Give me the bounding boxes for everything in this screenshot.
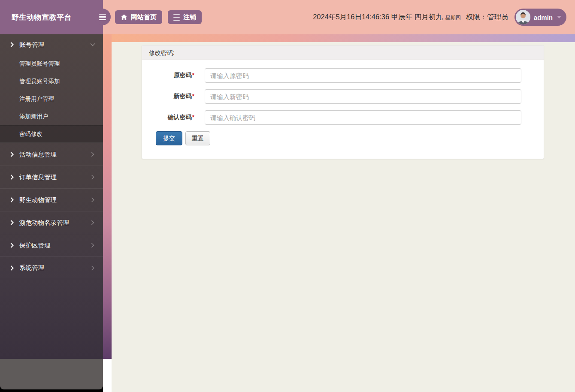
top-navbar: 网站首页 注销 2024年5月16日14:46:36 甲辰年 四月初九 星期四 … bbox=[103, 0, 575, 34]
form-buttons: 提交 重置 bbox=[156, 131, 521, 145]
chevron-right-icon bbox=[10, 243, 14, 248]
sidebar-item-registered-user-management[interactable]: 注册用户管理 bbox=[0, 90, 103, 108]
screen: 网站首页 注销 2024年5月16日14:46:36 甲辰年 四月初九 星期四 … bbox=[0, 0, 575, 392]
chevron-down-icon bbox=[90, 43, 95, 46]
account-submenu: 管理员账号管理 管理员账号添加 注册用户管理 添加新用户 密码修改 bbox=[0, 55, 103, 143]
caret-down-icon bbox=[557, 16, 561, 18]
sidebar-item-system-management[interactable]: 系统管理 bbox=[0, 256, 103, 279]
confirm-password-input[interactable] bbox=[205, 110, 521, 125]
logout-button[interactable]: 注销 bbox=[168, 10, 202, 24]
chevron-right-icon bbox=[10, 152, 14, 157]
home-icon bbox=[121, 14, 127, 21]
panel-title: 修改密码: bbox=[142, 45, 544, 60]
chevron-right-icon bbox=[10, 42, 14, 47]
sidebar-item-label: 濒危动物名录管理 bbox=[19, 219, 91, 227]
sidebar: 账号管理 管理员账号管理 管理员账号添加 注册用户管理 添加新用户 密码修改 活… bbox=[0, 34, 103, 359]
form-row: 新密码* bbox=[149, 89, 521, 104]
sidebar-item-label: 订单信息管理 bbox=[19, 173, 91, 181]
old-password-label: 原密码* bbox=[149, 72, 194, 79]
required-asterisk: * bbox=[192, 72, 194, 78]
permission-text: 权限：管理员 bbox=[466, 12, 508, 22]
sidebar-item-activity-info-management[interactable]: 活动信息管理 bbox=[0, 143, 103, 166]
datetime-text: 2024年5月16日14:46:36 甲辰年 四月初九 bbox=[313, 12, 443, 22]
reset-button[interactable]: 重置 bbox=[185, 131, 210, 145]
old-password-input[interactable] bbox=[205, 68, 521, 83]
submit-button[interactable]: 提交 bbox=[156, 131, 182, 145]
sidebar-item-wildlife-management[interactable]: 野生动物管理 bbox=[0, 188, 103, 211]
backdrop-gradient-left-strip bbox=[103, 0, 112, 359]
sidebar-item-label: 保护区管理 bbox=[19, 241, 91, 250]
chevron-right-icon bbox=[10, 175, 14, 180]
sidebar-item-account-management[interactable]: 账号管理 bbox=[0, 34, 103, 55]
required-asterisk: * bbox=[192, 93, 194, 100]
chevron-right-icon bbox=[91, 220, 94, 225]
new-password-label: 新密码* bbox=[149, 93, 194, 100]
sidebar-item-label: 活动信息管理 bbox=[19, 151, 91, 159]
chevron-right-icon bbox=[91, 152, 94, 157]
sidebar-item-change-password[interactable]: 密码修改 bbox=[0, 125, 103, 143]
username-label: admin bbox=[534, 14, 553, 21]
header-right-area: 2024年5月16日14:46:36 甲辰年 四月初九 星期四 权限：管理员 a… bbox=[313, 9, 566, 26]
chevron-right-icon bbox=[10, 197, 14, 202]
main-content: 修改密码: 原密码* 新密码* 确认密码* 提交 重置 bbox=[112, 42, 575, 392]
chevron-right-icon bbox=[91, 265, 94, 271]
sidebar-item-endangered-list-management[interactable]: 濒危动物名录管理 bbox=[0, 211, 103, 234]
left-column-footer-gray bbox=[0, 359, 103, 389]
form-row: 原密码* bbox=[149, 68, 521, 83]
avatar bbox=[516, 10, 530, 24]
sidebar-logo-header: 野生动物宣教平台 bbox=[0, 0, 103, 34]
sidebar-item-label: 系统管理 bbox=[19, 264, 91, 272]
sidebar-toggle-button[interactable] bbox=[94, 9, 111, 25]
required-asterisk: * bbox=[192, 114, 194, 121]
backdrop-gradient-top-strip bbox=[112, 34, 575, 42]
sidebar-item-add-new-user[interactable]: 添加新用户 bbox=[0, 108, 103, 125]
change-password-form: 原密码* 新密码* 确认密码* 提交 重置 bbox=[142, 60, 544, 159]
app-title: 野生动物宣教平台 bbox=[12, 12, 72, 22]
confirm-password-label: 确认密码* bbox=[149, 114, 194, 121]
change-password-panel: 修改密码: 原密码* 新密码* 确认密码* 提交 重置 bbox=[142, 45, 544, 159]
list-icon bbox=[173, 13, 180, 21]
sidebar-item-label: 野生动物管理 bbox=[19, 196, 91, 204]
chevron-right-icon bbox=[10, 265, 14, 271]
sidebar-item-label: 账号管理 bbox=[19, 41, 91, 49]
user-menu[interactable]: admin bbox=[514, 9, 566, 26]
sidebar-item-order-info-management[interactable]: 订单信息管理 bbox=[0, 166, 103, 188]
sidebar-item-reserve-management[interactable]: 保护区管理 bbox=[0, 234, 103, 256]
logout-button-label: 注销 bbox=[183, 13, 196, 21]
chevron-right-icon bbox=[91, 175, 94, 180]
sidebar-item-admin-account-management[interactable]: 管理员账号管理 bbox=[0, 55, 103, 72]
hamburger-icon bbox=[99, 12, 106, 21]
new-password-input[interactable] bbox=[205, 89, 521, 104]
home-button-label: 网站首页 bbox=[131, 13, 157, 21]
sidebar-item-admin-account-add[interactable]: 管理员账号添加 bbox=[0, 72, 103, 90]
chevron-right-icon bbox=[91, 197, 94, 202]
chevron-right-icon bbox=[91, 243, 94, 248]
home-button[interactable]: 网站首页 bbox=[115, 10, 162, 24]
weekday-text: 星期四 bbox=[445, 14, 461, 21]
form-row: 确认密码* bbox=[149, 110, 521, 125]
chevron-right-icon bbox=[10, 220, 14, 225]
